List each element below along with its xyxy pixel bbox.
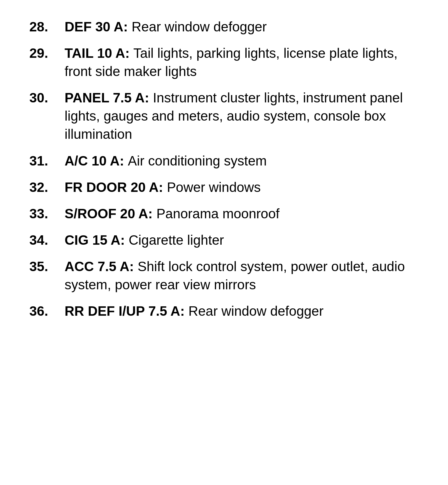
fuse-number: 36. xyxy=(29,302,65,320)
fuse-content: TAIL 10 A: Tail lights, parking lights, … xyxy=(65,44,425,80)
fuse-description: Cigarette lighter xyxy=(129,232,224,248)
fuse-number: 30. xyxy=(29,89,65,107)
fuse-item: 28.DEF 30 A: Rear window defogger xyxy=(29,18,425,36)
fuse-code: RR DEF I/UP 7.5 A: xyxy=(65,303,188,319)
fuse-code: ACC 7.5 A: xyxy=(65,259,138,274)
fuse-content: CIG 15 A: Cigarette lighter xyxy=(65,231,425,249)
fuse-code: A/C 10 A: xyxy=(65,153,128,168)
fuse-content: A/C 10 A: Air conditioning system xyxy=(65,152,425,170)
fuse-number: 32. xyxy=(29,178,65,196)
fuse-code: CIG 15 A: xyxy=(65,232,129,248)
fuse-item: 32.FR DOOR 20 A: Power windows xyxy=(29,178,425,196)
fuse-item: 31.A/C 10 A: Air conditioning system xyxy=(29,152,425,170)
fuse-number: 34. xyxy=(29,231,65,249)
fuse-content: S/ROOF 20 A: Panorama moonroof xyxy=(65,205,425,223)
fuse-code: S/ROOF 20 A: xyxy=(65,206,156,221)
fuse-number: 28. xyxy=(29,18,65,36)
fuse-number: 35. xyxy=(29,257,65,276)
fuse-description: Panorama moonroof xyxy=(156,206,279,221)
fuse-description: Rear window defogger xyxy=(188,303,324,319)
fuse-item: 36.RR DEF I/UP 7.5 A: Rear window defogg… xyxy=(29,302,425,320)
fuse-item: 33.S/ROOF 20 A: Panorama moonroof xyxy=(29,205,425,223)
fuse-number: 29. xyxy=(29,44,65,62)
fuse-content: ACC 7.5 A: Shift lock control system, po… xyxy=(65,257,425,294)
fuse-item: 35.ACC 7.5 A: Shift lock control system,… xyxy=(29,257,425,294)
fuse-content: RR DEF I/UP 7.5 A: Rear window defogger xyxy=(65,302,425,320)
fuse-content: DEF 30 A: Rear window defogger xyxy=(65,18,425,36)
fuse-description: Rear window defogger xyxy=(132,19,267,34)
fuse-number: 31. xyxy=(29,152,65,170)
fuse-content: PANEL 7.5 A: Instrument cluster lights, … xyxy=(65,89,425,143)
fuse-item: 30.PANEL 7.5 A: Instrument cluster light… xyxy=(29,89,425,143)
fuse-item: 29.TAIL 10 A: Tail lights, parking light… xyxy=(29,44,425,80)
fuse-code: PANEL 7.5 A: xyxy=(65,90,153,105)
fuse-description: Air conditioning system xyxy=(128,153,267,168)
fuse-list: 28.DEF 30 A: Rear window defogger29.TAIL… xyxy=(29,18,425,320)
fuse-code: DEF 30 A: xyxy=(65,19,132,34)
fuse-content: FR DOOR 20 A: Power windows xyxy=(65,178,425,196)
fuse-code: TAIL 10 A: xyxy=(65,45,133,61)
fuse-code: FR DOOR 20 A: xyxy=(65,180,167,195)
fuse-number: 33. xyxy=(29,205,65,223)
fuse-item: 34.CIG 15 A: Cigarette lighter xyxy=(29,231,425,249)
fuse-description: Power windows xyxy=(167,180,261,195)
